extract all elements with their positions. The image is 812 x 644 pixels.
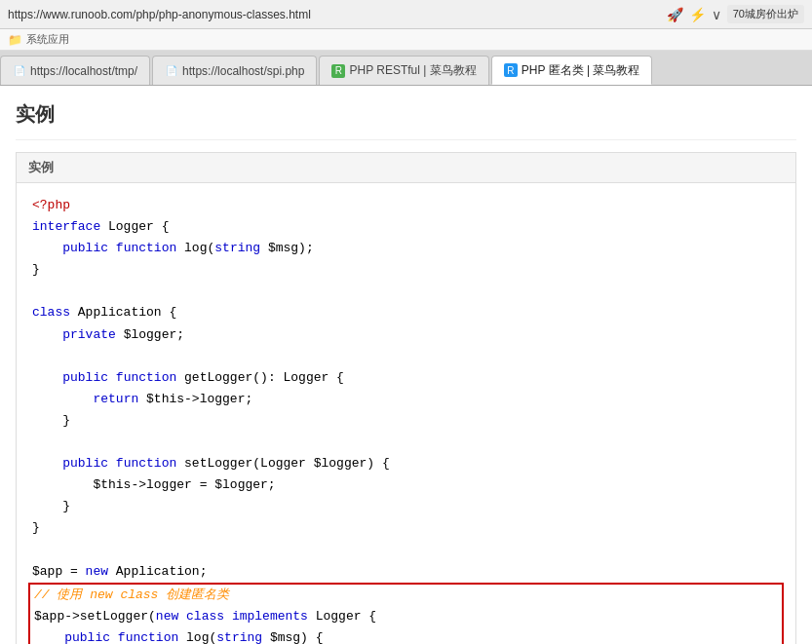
code-line-1: <?php	[32, 195, 780, 216]
url-bar[interactable]: https://www.runoob.com/php/php-anonymous…	[8, 8, 659, 21]
code-line-21: public function log(string $msg) {	[34, 627, 778, 644]
lightning-icon: ⚡	[689, 7, 706, 22]
tab-favicon-2: 📄	[165, 64, 178, 78]
code-line-20: $app->setLogger(new class implements Log…	[34, 606, 778, 627]
code-line-15: }	[32, 496, 780, 517]
folder-icon: 📁	[8, 33, 22, 47]
user-badge: 70城房价出炉	[727, 5, 804, 23]
tab-localhost-spi[interactable]: 📄 https://localhost/spi.php	[152, 56, 317, 85]
code-line-11: }	[32, 410, 780, 432]
code-line-8	[32, 346, 780, 367]
tab-php-anonymous[interactable]: R PHP 匿名类 | 菜鸟教程	[491, 56, 653, 85]
code-line-7: private $logger;	[32, 324, 780, 346]
code-line-13: public function setLogger(Logger $logger…	[32, 453, 780, 474]
tab-php-restful[interactable]: R PHP RESTful | 菜鸟教程	[319, 56, 488, 85]
tab-localhost-tmp[interactable]: 📄 https://localhost/tmp/	[0, 56, 150, 85]
chevron-icon[interactable]: ∨	[712, 7, 721, 22]
code-line-5	[32, 281, 780, 302]
browser-bar: https://www.runoob.com/php/php-anonymous…	[0, 0, 812, 29]
example-header: 实例	[17, 153, 795, 183]
rocket-icon: 🚀	[667, 7, 683, 22]
code-line-17	[32, 540, 780, 561]
code-line-10: return $this->logger;	[32, 389, 780, 410]
highlighted-code-section: // 使用 new class 创建匿名类 $app->setLogger(ne…	[28, 583, 784, 644]
code-line-9: public function getLogger(): Logger {	[32, 367, 780, 389]
tab-label-1: https://localhost/tmp/	[30, 64, 137, 78]
code-line-4: }	[32, 259, 780, 281]
code-line-19: // 使用 new class 创建匿名类	[34, 585, 778, 606]
tab-label-2: https://localhost/spi.php	[182, 64, 304, 78]
code-line-18: $app = new Application;	[32, 561, 780, 583]
code-line-16: }	[32, 517, 780, 539]
browser-icons: 🚀 ⚡ ∨ 70城房价出炉	[667, 5, 804, 23]
page-title: 实例	[16, 94, 796, 140]
bookmarks-folder-label[interactable]: 系统应用	[26, 32, 69, 47]
code-line-6: class Application {	[32, 302, 780, 323]
code-line-14: $this->logger = $logger;	[32, 474, 780, 496]
tab-favicon-4: R	[504, 63, 518, 77]
tab-favicon-3: R	[331, 64, 345, 78]
example-box: 实例 <?php interface Logger { public funct…	[16, 152, 796, 644]
page-content: 实例 实例 <?php interface Logger { public fu…	[0, 86, 812, 644]
code-line-2: interface Logger {	[32, 216, 780, 238]
code-block: <?php interface Logger { public function…	[17, 183, 795, 644]
tab-label-3: PHP RESTful | 菜鸟教程	[349, 62, 476, 79]
tab-favicon-1: 📄	[13, 64, 26, 78]
tab-label-4: PHP 匿名类 | 菜鸟教程	[522, 62, 640, 79]
bookmarks-bar: 📁 系统应用	[0, 29, 812, 51]
code-line-3: public function log(string $msg);	[32, 238, 780, 259]
code-line-12	[32, 432, 780, 453]
tabs-bar: 📄 https://localhost/tmp/ 📄 https://local…	[0, 51, 812, 86]
